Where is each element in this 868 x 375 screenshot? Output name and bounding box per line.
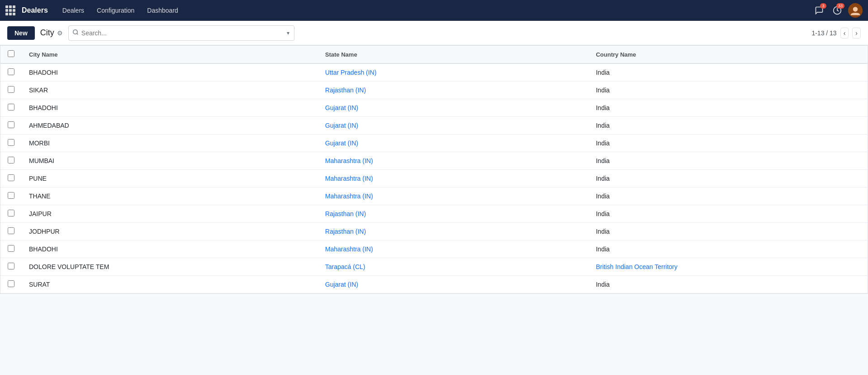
menu-dealers[interactable]: Dealers	[57, 4, 90, 17]
row-checkbox-cell[interactable]	[0, 276, 22, 293]
state-name-cell: Gujarat (IN)	[318, 135, 589, 152]
row-checkbox-cell[interactable]	[0, 63, 22, 82]
state-name-cell: Maharashtra (IN)	[318, 152, 589, 170]
state-name-cell: Rajasthan (IN)	[318, 82, 589, 99]
svg-point-2	[853, 7, 858, 12]
header-state-name[interactable]: State Name	[318, 46, 589, 63]
row-checkbox[interactable]	[8, 174, 14, 181]
city-name-cell: MUMBAI	[22, 152, 318, 170]
menu-dashboard[interactable]: Dashboard	[142, 4, 184, 17]
row-checkbox[interactable]	[8, 157, 14, 163]
chat-icon-button[interactable]: 3	[812, 3, 826, 18]
city-name-cell: BHADOHI	[22, 99, 318, 117]
apps-icon[interactable]	[5, 5, 15, 15]
state-name-cell: Gujarat (IN)	[318, 117, 589, 135]
row-checkbox-cell[interactable]	[0, 152, 22, 170]
row-checkbox-cell[interactable]	[0, 258, 22, 276]
table-row[interactable]: SIKAR Rajasthan (IN) India	[0, 82, 868, 99]
state-name-cell: Rajasthan (IN)	[318, 205, 589, 223]
state-name-cell: Maharashtra (IN)	[318, 170, 589, 188]
row-checkbox-cell[interactable]	[0, 135, 22, 152]
country-name-cell: India	[588, 276, 868, 293]
row-checkbox[interactable]	[8, 245, 14, 252]
top-menu: Dealers Configuration Dashboard	[57, 4, 812, 17]
activity-icon-button[interactable]: 33	[830, 3, 844, 18]
city-name-cell: DOLORE VOLUPTATE TEM	[22, 258, 318, 276]
pagination-next-button[interactable]: ›	[852, 28, 861, 38]
pagination-info: 1-13 / 13 ‹ ›	[811, 28, 861, 38]
table-row[interactable]: PUNE Maharashtra (IN) India	[0, 170, 868, 188]
activity-badge: 33	[836, 3, 844, 9]
city-table: City Name State Name Country Name BHADOH…	[0, 46, 868, 293]
row-checkbox-cell[interactable]	[0, 188, 22, 205]
row-checkbox[interactable]	[8, 263, 14, 269]
user-avatar[interactable]	[848, 3, 863, 18]
country-name-cell: India	[588, 170, 868, 188]
city-name-cell: BHADOHI	[22, 240, 318, 258]
pagination-prev-button[interactable]: ‹	[840, 28, 849, 38]
new-button[interactable]: New	[7, 26, 35, 40]
search-input[interactable]	[81, 29, 286, 37]
row-checkbox-cell[interactable]	[0, 170, 22, 188]
country-name-cell: India	[588, 82, 868, 99]
table-row[interactable]: THANE Maharashtra (IN) India	[0, 188, 868, 205]
header-country-name[interactable]: Country Name	[588, 46, 868, 63]
country-name-cell: British Indian Ocean Territory	[588, 258, 868, 276]
row-checkbox-cell[interactable]	[0, 117, 22, 135]
row-checkbox[interactable]	[8, 121, 14, 128]
country-name-cell: India	[588, 152, 868, 170]
city-name-cell: MORBI	[22, 135, 318, 152]
table-row[interactable]: DOLORE VOLUPTATE TEM Tarapacá (CL) Briti…	[0, 258, 868, 276]
country-name-cell: India	[588, 223, 868, 240]
table-row[interactable]: BHADOHI Uttar Pradesh (IN) India	[0, 63, 868, 82]
city-table-container: City Name State Name Country Name BHADOH…	[0, 45, 868, 294]
row-checkbox-cell[interactable]	[0, 99, 22, 117]
table-row[interactable]: SURAT Gujarat (IN) India	[0, 276, 868, 293]
country-name-cell: India	[588, 135, 868, 152]
chat-badge: 3	[820, 3, 826, 9]
settings-gear-icon[interactable]: ⚙	[57, 29, 63, 37]
row-checkbox[interactable]	[8, 227, 14, 234]
header-city-name[interactable]: City Name	[22, 46, 318, 63]
select-all-checkbox[interactable]	[8, 50, 14, 57]
row-checkbox[interactable]	[8, 104, 14, 111]
city-name-cell: AHMEDABAD	[22, 117, 318, 135]
top-navigation: Dealers Dealers Configuration Dashboard …	[0, 0, 868, 21]
state-name-cell: Maharashtra (IN)	[318, 188, 589, 205]
state-name-cell: Maharashtra (IN)	[318, 240, 589, 258]
row-checkbox[interactable]	[8, 68, 14, 75]
country-name-cell: India	[588, 63, 868, 82]
city-name-cell: PUNE	[22, 170, 318, 188]
subheader: New City ⚙ ▾ 1-13 / 13 ‹ ›	[0, 21, 868, 45]
state-name-cell: Tarapacá (CL)	[318, 258, 589, 276]
brand-label[interactable]: Dealers	[22, 6, 48, 14]
table-row[interactable]: BHADOHI Maharashtra (IN) India	[0, 240, 868, 258]
svg-point-3	[73, 30, 77, 34]
row-checkbox-cell[interactable]	[0, 223, 22, 240]
table-row[interactable]: MORBI Gujarat (IN) India	[0, 135, 868, 152]
row-checkbox[interactable]	[8, 86, 14, 93]
table-row[interactable]: JODHPUR Rajasthan (IN) India	[0, 223, 868, 240]
city-name-cell: THANE	[22, 188, 318, 205]
table-row[interactable]: AHMEDABAD Gujarat (IN) India	[0, 117, 868, 135]
table-row[interactable]: MUMBAI Maharashtra (IN) India	[0, 152, 868, 170]
row-checkbox[interactable]	[8, 280, 14, 287]
row-checkbox-cell[interactable]	[0, 82, 22, 99]
search-bar[interactable]: ▾	[68, 25, 294, 41]
row-checkbox[interactable]	[8, 192, 14, 199]
search-dropdown-button[interactable]: ▾	[286, 30, 290, 36]
table-header-row: City Name State Name Country Name	[0, 46, 868, 63]
row-checkbox-cell[interactable]	[0, 205, 22, 223]
state-name-cell: Rajasthan (IN)	[318, 223, 589, 240]
row-checkbox-cell[interactable]	[0, 240, 22, 258]
country-name-cell: India	[588, 240, 868, 258]
table-row[interactable]: BHADOHI Gujarat (IN) India	[0, 99, 868, 117]
city-name-cell: JAIPUR	[22, 205, 318, 223]
row-checkbox[interactable]	[8, 139, 14, 146]
row-checkbox[interactable]	[8, 210, 14, 216]
table-row[interactable]: JAIPUR Rajasthan (IN) India	[0, 205, 868, 223]
state-name-cell: Uttar Pradesh (IN)	[318, 63, 589, 82]
menu-configuration[interactable]: Configuration	[91, 4, 140, 17]
select-all-checkbox-cell[interactable]	[0, 46, 22, 63]
country-name-cell: India	[588, 205, 868, 223]
